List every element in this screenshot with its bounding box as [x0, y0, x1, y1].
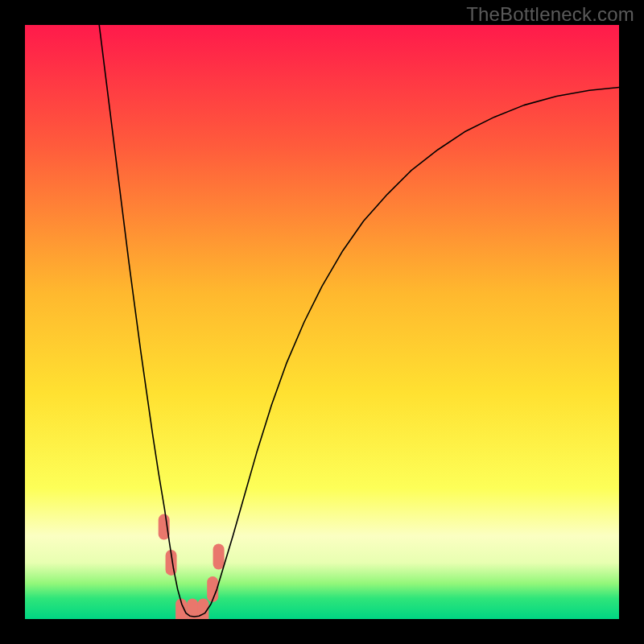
watermark-text: TheBottleneck.com [466, 3, 634, 26]
chart-frame: TheBottleneck.com [0, 0, 644, 644]
gradient-background [25, 25, 619, 619]
chart-svg [25, 25, 619, 619]
highlight-marker [213, 544, 225, 570]
plot-area [25, 25, 619, 619]
